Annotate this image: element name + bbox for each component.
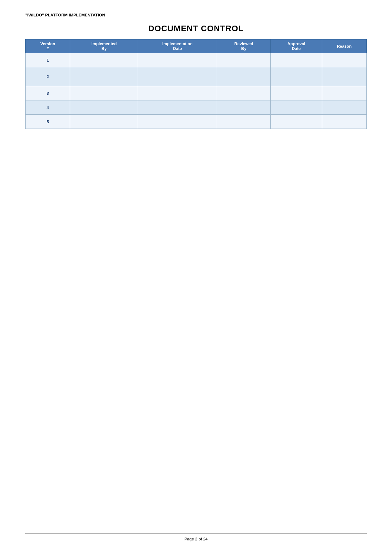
data-cell [271,100,322,115]
data-cell [271,53,322,67]
col-reviewed-by: Reviewed By [217,39,271,53]
data-cell [138,86,217,100]
data-cell [322,115,366,129]
col-reason: Reason [322,39,366,53]
table-header-row: Version # Implemented By Implementation … [26,39,367,53]
data-cell [322,67,366,86]
table-row: 5 [26,115,367,129]
data-cell [138,100,217,115]
data-cell [217,86,271,100]
data-cell [70,115,138,129]
data-cell [217,100,271,115]
data-cell [217,115,271,129]
data-cell [138,53,217,67]
page: "IWILDO" PLATFORM IMPLEMENTATION DOCUMEN… [0,0,392,554]
version-cell: 5 [26,115,70,129]
data-cell [322,100,366,115]
data-cell [322,53,366,67]
version-cell: 1 [26,53,70,67]
data-cell [217,53,271,67]
col-version: Version # [26,39,70,53]
data-cell [138,67,217,86]
data-cell [70,86,138,100]
data-cell [217,67,271,86]
footer-divider [25,533,367,533]
data-cell [70,100,138,115]
document-control-table: Version # Implemented By Implementation … [25,39,367,129]
page-footer: Page 2 of 24 [0,533,392,541]
col-approval-date: Approval Date [271,39,322,53]
table-row: 1 [26,53,367,67]
page-title: DOCUMENT CONTROL [25,24,367,33]
version-cell: 4 [26,100,70,115]
data-cell [70,67,138,86]
table-row: 4 [26,100,367,115]
data-cell [271,86,322,100]
table-row: 2 [26,67,367,86]
data-cell [271,67,322,86]
version-cell: 3 [26,86,70,100]
data-cell [138,115,217,129]
page-number: Page 2 of 24 [184,537,208,541]
data-cell [271,115,322,129]
data-cell [322,86,366,100]
header-label: "IWILDO" PLATFORM IMPLEMENTATION [25,13,367,17]
version-cell: 2 [26,67,70,86]
table-row: 3 [26,86,367,100]
col-implementation-date: Implementation Date [138,39,217,53]
col-implemented-by: Implemented By [70,39,138,53]
data-cell [70,53,138,67]
